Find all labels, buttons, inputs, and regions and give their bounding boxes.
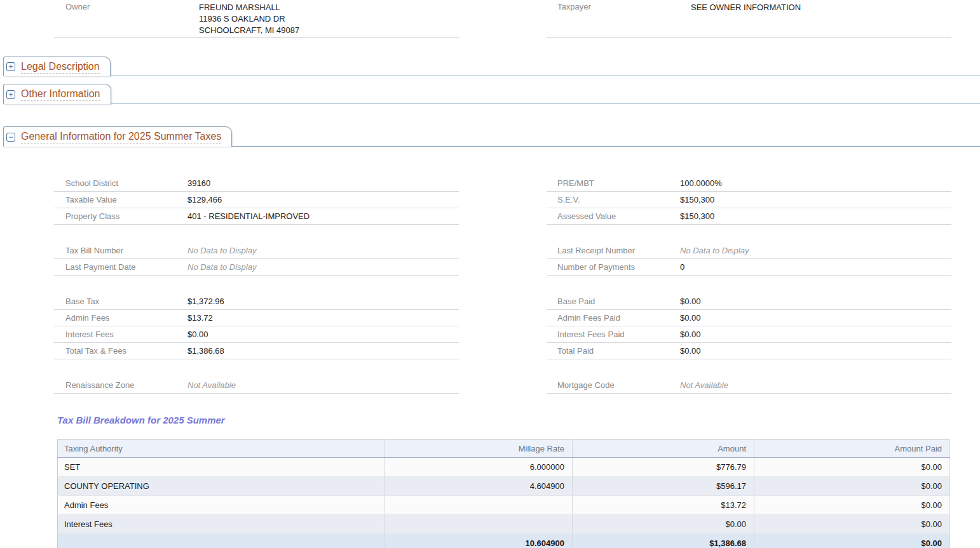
tax-bill-breakdown-table: Taxing Authority Millage Rate Amount Amo… [57, 439, 950, 548]
tab-row-other-information: + Other Information [3, 84, 980, 104]
field-row-admin-fees: Admin Fees $13.72 [54, 310, 459, 326]
field-value: $150,300 [680, 208, 714, 224]
field-value: $1,386.68 [187, 343, 224, 359]
tab-other-information-label: Other Information [21, 88, 100, 101]
tab-row-general-information: − General Information for 2025 Summer Ta… [3, 126, 980, 147]
cell-millage: 6.000000 [385, 458, 573, 477]
tab-legal-description[interactable]: + Legal Description [3, 57, 111, 76]
field-label: Admin Fees Paid [547, 310, 680, 326]
field-group: School District 39160 Taxable Value $129… [54, 175, 459, 225]
cell-amount: $13.72 [573, 496, 754, 515]
owner-value: FREUND MARSHALL 11936 S OAKLAND DR SCHOO… [199, 2, 299, 36]
cell-amount-paid: $0.00 [754, 515, 950, 534]
field-label: School District [54, 175, 187, 191]
field-row-base-tax: Base Tax $1,372.96 [54, 293, 459, 310]
tab-legal-description-label: Legal Description [21, 60, 100, 74]
field-group: Tax Bill Number No Data to Display Last … [54, 243, 459, 276]
owner-address-line1: 11936 S OAKLAND DR [199, 13, 299, 25]
field-label: S.E.V. [547, 192, 680, 208]
field-row-base-paid: Base Paid $0.00 [547, 293, 951, 310]
field-value: 100.0000% [680, 175, 722, 191]
cell-authority: Admin Fees [58, 496, 385, 515]
cell-amount-paid: $0.00 [754, 496, 950, 515]
cell-millage [385, 496, 573, 515]
field-group: PRE/MBT 100.0000% S.E.V. $150,300 Assess… [547, 175, 951, 225]
field-label: Property Class [54, 208, 187, 224]
field-value: $0.00 [680, 343, 701, 359]
field-label: Number of Payments [547, 259, 680, 275]
field-value: Not Available [680, 377, 728, 393]
tab-baseline-divider [111, 84, 980, 104]
field-row-sev: S.E.V. $150,300 [547, 192, 951, 208]
field-row-assessed-value: Assessed Value $150,300 [547, 208, 951, 225]
field-row-last-payment-date: Last Payment Date No Data to Display [54, 259, 459, 276]
cell-total-amount-paid: $0.00 [754, 534, 950, 548]
cell-amount-paid: $0.00 [754, 458, 950, 477]
field-group: Base Tax $1,372.96 Admin Fees $13.72 Int… [54, 293, 459, 359]
field-row-mortgage-code: Mortgage Code Not Available [547, 377, 951, 394]
taxpayer-section: Taxpayer SEE OWNER INFORMATION [547, 0, 951, 38]
field-row-property-class: Property Class 401 - RESIDENTIAL-IMPROVE… [54, 208, 459, 225]
table-row-interest-fees: Interest Fees $0.00 $0.00 [58, 515, 950, 534]
field-value: $150,300 [680, 192, 714, 208]
field-value: $0.00 [680, 326, 701, 342]
table-header-row: Taxing Authority Millage Rate Amount Amo… [58, 440, 950, 458]
field-label: Mortgage Code [547, 377, 680, 393]
cell-amount: $776.79 [573, 458, 754, 477]
field-group: Base Paid $0.00 Admin Fees Paid $0.00 In… [547, 293, 951, 359]
field-row-renaissance-zone: Renaissance Zone Not Available [54, 377, 459, 394]
general-info-right-column: PRE/MBT 100.0000% S.E.V. $150,300 Assess… [547, 175, 951, 411]
cell-total-spacer [58, 534, 385, 548]
field-label: Renaissance Zone [54, 377, 187, 393]
taxpayer-label: Taxpayer [557, 2, 591, 11]
field-value: Not Available [187, 377, 236, 393]
field-label: Last Payment Date [54, 259, 187, 275]
column-header-amount: Amount [573, 440, 754, 458]
cell-amount-paid: $0.00 [754, 477, 950, 496]
field-row-number-of-payments: Number of Payments 0 [547, 259, 951, 276]
cell-total-amount: $1,386.68 [573, 534, 754, 548]
cell-amount: $596.17 [573, 477, 754, 496]
tab-other-information[interactable]: + Other Information [3, 84, 111, 104]
field-row-pre-mbt: PRE/MBT 100.0000% [547, 175, 951, 192]
field-label: Total Tax & Fees [54, 343, 187, 359]
field-label: Taxable Value [54, 192, 187, 208]
field-label: Admin Fees [54, 310, 187, 326]
owner-label: Owner [65, 2, 90, 11]
tab-baseline-divider [111, 57, 980, 76]
table-row-admin-fees: Admin Fees $13.72 $0.00 [58, 496, 950, 515]
expand-plus-icon[interactable]: + [6, 90, 15, 99]
tab-general-information[interactable]: − General Information for 2025 Summer Ta… [3, 126, 232, 147]
table-row-set: SET 6.000000 $776.79 $0.00 [58, 458, 950, 477]
field-row-total-paid: Total Paid $0.00 [547, 343, 951, 359]
field-value: 39160 [187, 175, 210, 191]
field-value: No Data to Display [680, 243, 749, 258]
cell-amount: $0.00 [573, 515, 754, 534]
field-row-interest-fees: Interest Fees $0.00 [54, 326, 459, 343]
cell-millage: 4.604900 [385, 477, 573, 496]
general-info-left-column: School District 39160 Taxable Value $129… [54, 175, 459, 411]
cell-authority: COUNTY OPERATING [58, 477, 385, 496]
field-label: PRE/MBT [547, 175, 680, 191]
field-row-total-tax-fees: Total Tax & Fees $1,386.68 [54, 343, 459, 359]
field-value: $13.72 [187, 310, 213, 326]
table-total-row: 10.604900 $1,386.68 $0.00 [58, 534, 950, 548]
field-label: Tax Bill Number [54, 243, 187, 258]
field-group: Mortgage Code Not Available [547, 377, 951, 394]
field-row-tax-bill-number: Tax Bill Number No Data to Display [54, 243, 459, 259]
taxpayer-value: SEE OWNER INFORMATION [691, 2, 801, 13]
field-label: Interest Fees Paid [547, 326, 680, 342]
field-row-taxable-value: Taxable Value $129,466 [54, 192, 459, 208]
collapse-minus-icon[interactable]: − [6, 133, 15, 142]
table-row-county-operating: COUNTY OPERATING 4.604900 $596.17 $0.00 [58, 477, 950, 496]
field-value: No Data to Display [187, 259, 256, 275]
tab-baseline-divider [232, 126, 980, 147]
cell-authority: SET [58, 458, 385, 477]
field-row-admin-fees-paid: Admin Fees Paid $0.00 [547, 310, 951, 326]
field-value: 401 - RESIDENTIAL-IMPROVED [187, 208, 310, 224]
field-value: $0.00 [680, 310, 701, 326]
field-value: $0.00 [680, 293, 701, 309]
expand-plus-icon[interactable]: + [6, 62, 15, 71]
breakdown-section-title: Tax Bill Breakdown for 2025 Summer [57, 415, 225, 425]
field-value: No Data to Display [187, 243, 256, 258]
